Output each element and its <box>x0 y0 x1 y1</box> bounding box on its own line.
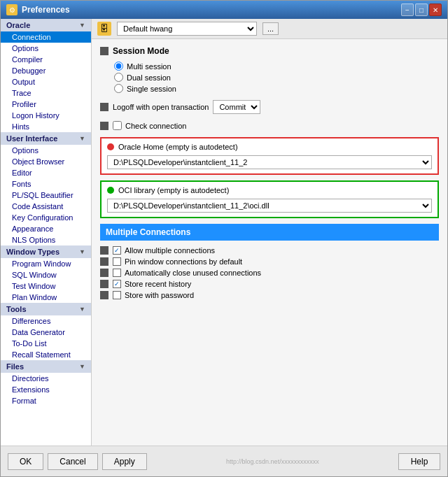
preferences-window: ⚙ Preferences − □ ✕ Oracle ▼ Connection … <box>0 0 448 477</box>
sidebar-item-data-generator[interactable]: Data Generator <box>1 327 91 338</box>
title-bar-left: ⚙ Preferences <box>6 4 70 15</box>
close-button[interactable]: ✕ <box>429 3 442 16</box>
dots-button[interactable]: ... <box>262 22 279 35</box>
watermark-text: http://blog.csdn.net/xxxxxxxxxxxx <box>226 458 319 465</box>
check-connection-section: Check connection <box>100 121 439 130</box>
ok-button[interactable]: OK <box>8 453 43 470</box>
ui-group-arrow: ▼ <box>79 135 85 142</box>
radio-dual-session-input[interactable] <box>114 73 123 82</box>
content-body: Session Mode Multi session Dual session … <box>92 39 447 446</box>
store-recent-row: Store recent history <box>100 280 439 288</box>
radio-single-session-input[interactable] <box>114 84 123 93</box>
store-recent-label[interactable]: Store recent history <box>113 280 191 288</box>
oci-library-dropdown[interactable]: D:\PLSQLDeveloper\instantclient_11_2\oci… <box>107 199 432 213</box>
sidebar-item-options-ui[interactable]: Options <box>1 145 91 156</box>
commit-dropdown[interactable]: Commit <box>213 100 260 114</box>
sidebar-item-editor[interactable]: Editor <box>1 167 91 178</box>
app-icon: ⚙ <box>6 4 18 15</box>
oracle-home-section: Oracle Home (empty is autodetect) D:\PLS… <box>100 137 439 175</box>
sidebar-item-object-browser[interactable]: Object Browser <box>1 156 91 167</box>
sidebar-item-extensions[interactable]: Extensions <box>1 384 91 395</box>
store-password-label[interactable]: Store with password <box>113 291 194 299</box>
sidebar-item-compiler[interactable]: Compiler <box>1 54 91 65</box>
logoff-section: Logoff with open transaction Commit <box>100 100 439 114</box>
sidebar-item-plan-window[interactable]: Plan Window <box>1 292 91 303</box>
window-types-arrow: ▼ <box>79 248 85 255</box>
sidebar-item-profiler[interactable]: Profiler <box>1 99 91 110</box>
maximize-button[interactable]: □ <box>415 3 428 16</box>
auto-close-checkbox[interactable] <box>113 269 121 277</box>
store-password-row: Store with password <box>100 291 439 299</box>
check-connection-checkbox[interactable] <box>113 121 122 130</box>
sidebar-item-appearance[interactable]: Appearance <box>1 223 91 234</box>
allow-multiple-checkbox[interactable] <box>113 246 121 255</box>
profile-dropdown[interactable]: Default hwang <box>117 22 257 36</box>
sidebar-item-test-window[interactable]: Test Window <box>1 280 91 292</box>
radio-multi-session-label: Multi session <box>127 62 172 71</box>
pin-window-square <box>100 257 108 266</box>
title-buttons: − □ ✕ <box>401 3 442 16</box>
sidebar-item-hints[interactable]: Hints <box>1 121 91 132</box>
bottom-bar: OK Cancel Apply http://blog.csdn.net/xxx… <box>1 446 447 476</box>
sidebar-group-files[interactable]: Files ▼ <box>1 360 91 373</box>
sidebar-item-nls-options[interactable]: NLS Options <box>1 234 91 245</box>
content-toolbar: 🗄 Default hwang ... <box>92 19 447 39</box>
sidebar-item-format[interactable]: Format <box>1 395 91 406</box>
multiple-connections-options: Allow multiple connections Pin window co… <box>100 246 439 299</box>
session-mode-title: Session Mode <box>113 46 169 56</box>
cancel-button[interactable]: Cancel <box>48 453 97 470</box>
session-mode-header: Session Mode <box>100 46 439 56</box>
sidebar-item-options-oracle[interactable]: Options <box>1 43 91 54</box>
sidebar-item-sql-window[interactable]: SQL Window <box>1 269 91 280</box>
session-mode-options: Multi session Dual session Single sessio… <box>114 62 439 93</box>
minimize-button[interactable]: − <box>401 3 414 16</box>
help-button[interactable]: Help <box>398 453 440 470</box>
files-group-arrow: ▼ <box>79 363 85 370</box>
sidebar-item-differences[interactable]: Differences <box>1 315 91 327</box>
watermark-area: http://blog.csdn.net/xxxxxxxxxxxx <box>226 458 319 465</box>
store-password-checkbox[interactable] <box>113 291 121 299</box>
sidebar-group-user-interface[interactable]: User Interface ▼ <box>1 132 91 145</box>
window-title: Preferences <box>22 5 70 15</box>
allow-multiple-label[interactable]: Allow multiple connections <box>113 246 215 255</box>
oracle-home-header: Oracle Home (empty is autodetect) <box>107 143 432 151</box>
oracle-home-dot <box>107 143 114 150</box>
check-connection-label[interactable]: Check connection <box>113 121 186 130</box>
oci-library-section: OCI library (empty is autodetect) D:\PLS… <box>100 180 439 218</box>
oracle-home-label: Oracle Home (empty is autodetect) <box>118 143 238 151</box>
sidebar-item-connection[interactable]: Connection <box>1 31 91 43</box>
sidebar-item-debugger[interactable]: Debugger <box>1 65 91 76</box>
logoff-square <box>100 103 108 111</box>
sidebar-group-tools[interactable]: Tools ▼ <box>1 303 91 315</box>
apply-button[interactable]: Apply <box>102 453 147 470</box>
sidebar-item-program-window[interactable]: Program Window <box>1 258 91 269</box>
logoff-label: Logoff with open transaction <box>113 103 209 111</box>
pin-window-label[interactable]: Pin window connections by default <box>113 257 242 266</box>
radio-multi-session-input[interactable] <box>114 62 123 71</box>
sidebar-item-logon-history[interactable]: Logon History <box>1 110 91 121</box>
sidebar-item-key-configuration[interactable]: Key Configuration <box>1 212 91 223</box>
oracle-home-dropdown[interactable]: D:\PLSQLDeveloper\instantclient_11_2 <box>107 155 432 169</box>
oci-library-label: OCI library (empty is autodetect) <box>118 186 229 194</box>
sidebar-item-plsql-beautifier[interactable]: PL/SQL Beautifier <box>1 190 91 201</box>
store-recent-checkbox[interactable] <box>113 280 121 288</box>
oracle-group-label: Oracle <box>6 21 30 29</box>
allow-multiple-square <box>100 246 108 255</box>
pin-window-checkbox[interactable] <box>113 257 121 266</box>
database-icon: 🗄 <box>97 22 111 36</box>
user-interface-group-label: User Interface <box>6 134 57 143</box>
window-types-group-label: Window Types <box>6 248 59 256</box>
sidebar-group-oracle[interactable]: Oracle ▼ <box>1 19 91 31</box>
auto-close-label[interactable]: Automatically close unused connections <box>113 269 261 277</box>
sidebar-item-directories[interactable]: Directories <box>1 373 91 384</box>
bottom-left-buttons: OK Cancel Apply <box>8 453 147 470</box>
sidebar-group-window-types[interactable]: Window Types ▼ <box>1 245 91 258</box>
tools-group-arrow: ▼ <box>79 306 85 313</box>
sidebar-item-recall-statement[interactable]: Recall Statement <box>1 349 91 360</box>
sidebar-item-fonts[interactable]: Fonts <box>1 178 91 190</box>
sidebar-item-code-assistant[interactable]: Code Assistant <box>1 201 91 212</box>
store-recent-square <box>100 280 108 288</box>
sidebar-item-todo-list[interactable]: To-Do List <box>1 338 91 349</box>
sidebar-item-output[interactable]: Output <box>1 76 91 87</box>
sidebar-item-trace[interactable]: Trace <box>1 87 91 99</box>
